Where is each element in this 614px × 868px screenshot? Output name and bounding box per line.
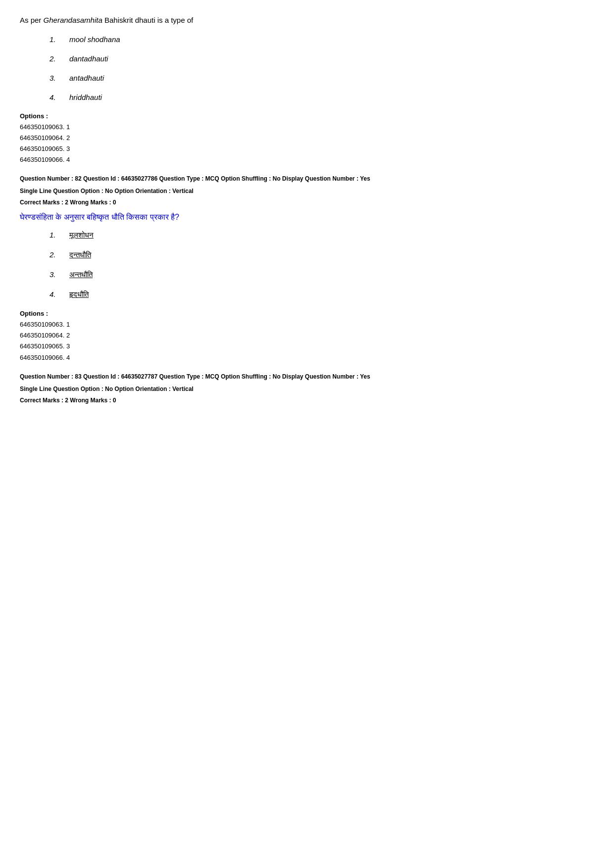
list-item: 2. dantadhauti — [50, 54, 594, 63]
options-label-hindi: Options : — [20, 310, 594, 317]
list-item: 1. मूलशोधन — [50, 231, 594, 240]
list-item: 3. antadhauti — [50, 74, 594, 82]
option-ids-hindi: 646350109063. 1 646350109064. 2 64635010… — [20, 319, 594, 363]
options-label-english: Options : — [20, 112, 594, 120]
question-82-meta: Question Number : 82 Question Id : 64635… — [20, 174, 594, 206]
question-82-hindi: घेरण्डसंहिता के अनुसार बहिष्कृत धौति किस… — [20, 213, 594, 363]
list-item: 3. अन्तधौति — [50, 270, 594, 279]
list-item: 2. दन्तधौति — [50, 250, 594, 259]
question-82-hindi-options: 1. मूलशोधन 2. दन्तधौति 3. अन्तधौति 4. हृ… — [50, 231, 594, 299]
question-83-meta-line2: Single Line Question Option : No Option … — [20, 385, 594, 394]
question-82-english-text: As per Gherandasamhita Bahiskrit dhauti … — [20, 15, 594, 26]
question-83-meta: Question Number : 83 Question Id : 64635… — [20, 372, 594, 404]
question-82-correct-marks: Correct Marks : 2 Wrong Marks : 0 — [20, 199, 594, 206]
question-83-correct-marks: Correct Marks : 2 Wrong Marks : 0 — [20, 397, 594, 404]
list-item: 1. mool shodhana — [50, 35, 594, 44]
question-82-english-options: 1. mool shodhana 2. dantadhauti 3. antad… — [50, 35, 594, 101]
list-item: 4. hriddhauti — [50, 93, 594, 101]
question-82-english: As per Gherandasamhita Bahiskrit dhauti … — [20, 15, 594, 165]
question-82-hindi-text: घेरण्डसंहिता के अनुसार बहिष्कृत धौति किस… — [20, 213, 594, 222]
question-83-meta-line1: Question Number : 83 Question Id : 64635… — [20, 372, 594, 382]
question-82-meta-line1: Question Number : 82 Question Id : 64635… — [20, 174, 594, 184]
list-item: 4. हृदधौति — [50, 290, 594, 299]
question-82-meta-line2: Single Line Question Option : No Option … — [20, 187, 594, 196]
option-ids-english: 646350109063. 1 646350109064. 2 64635010… — [20, 122, 594, 165]
